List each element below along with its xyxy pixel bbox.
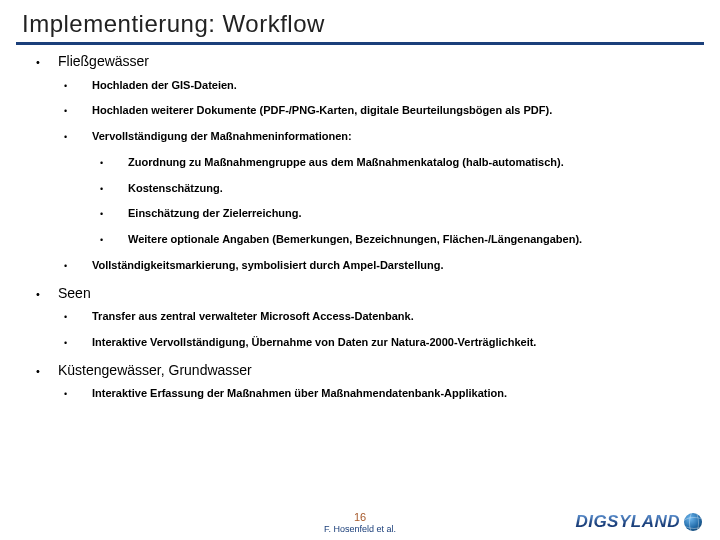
item-text: Kostenschätzung. xyxy=(128,182,223,196)
slide-body: • Fließgewässer • Hochladen der GIS-Date… xyxy=(0,45,720,401)
item-text: Hochladen weiterer Dokumente (PDF-/PNG-K… xyxy=(92,104,552,118)
bullet-lvl3: • xyxy=(100,158,128,169)
item-text: Hochladen der GIS-Dateien. xyxy=(92,79,237,93)
section-seen: • Seen • Transfer aus zentral verwaltete… xyxy=(36,285,700,350)
bullet-lvl2: • xyxy=(64,261,92,272)
list-item: • Vervollständigung der Maßnahmeninforma… xyxy=(64,130,700,144)
list-item: • Hochladen der GIS-Dateien. xyxy=(64,79,700,93)
list-item: • Einschätzung der Zielerreichung. xyxy=(100,207,700,221)
bullet-lvl1: • xyxy=(36,56,58,70)
item-text: Einschätzung der Zielerreichung. xyxy=(128,207,302,221)
item-text: Vervollständigung der Maßnahmeninformati… xyxy=(92,130,352,144)
slide: Implementierung: Workflow • Fließgewässe… xyxy=(0,0,720,540)
item-text: Weitere optionale Angaben (Bemerkungen, … xyxy=(128,233,582,247)
item-text: Vollständigkeitsmarkierung, symbolisiert… xyxy=(92,259,443,273)
bullet-lvl2: • xyxy=(64,132,92,143)
globe-icon xyxy=(684,513,702,531)
list-item: • Kostenschätzung. xyxy=(100,182,700,196)
bullet-lvl3: • xyxy=(100,235,128,246)
list-item: • Vollständigkeitsmarkierung, symbolisie… xyxy=(64,259,700,273)
bullet-lvl1: • xyxy=(36,288,58,302)
list-item: • Interaktive Vervollständigung, Übernah… xyxy=(64,336,700,350)
list-item: • Weitere optionale Angaben (Bemerkungen… xyxy=(100,233,700,247)
section-heading: Küstengewässer, Grundwasser xyxy=(58,362,252,380)
item-text: Transfer aus zentral verwalteter Microso… xyxy=(92,310,414,324)
item-text: Zuordnung zu Maßnahmengruppe aus dem Maß… xyxy=(128,156,564,170)
bullet-lvl3: • xyxy=(100,209,128,220)
section-fliessgewaesser: • Fließgewässer • Hochladen der GIS-Date… xyxy=(36,53,700,273)
item-text: Interaktive Vervollständigung, Übernahme… xyxy=(92,336,536,350)
item-text: Interaktive Erfassung der Maßnahmen über… xyxy=(92,387,507,401)
bullet-lvl2: • xyxy=(64,389,92,400)
slide-title: Implementierung: Workflow xyxy=(0,0,720,42)
logo-text: DIGSYLAND xyxy=(575,512,680,532)
bullet-lvl2: • xyxy=(64,106,92,117)
bullet-lvl2: • xyxy=(64,81,92,92)
list-item: • Hochladen weiterer Dokumente (PDF-/PNG… xyxy=(64,104,700,118)
section-heading: Seen xyxy=(58,285,91,303)
list-item: • Transfer aus zentral verwalteter Micro… xyxy=(64,310,700,324)
brand-logo: DIGSYLAND xyxy=(575,512,702,532)
list-item: • Interaktive Erfassung der Maßnahmen üb… xyxy=(64,387,700,401)
section-heading: Fließgewässer xyxy=(58,53,149,71)
list-item: • Zuordnung zu Maßnahmengruppe aus dem M… xyxy=(100,156,700,170)
bullet-lvl2: • xyxy=(64,338,92,349)
section-kuesten-grundwasser: • Küstengewässer, Grundwasser • Interakt… xyxy=(36,362,700,401)
bullet-lvl2: • xyxy=(64,312,92,323)
bullet-lvl1: • xyxy=(36,365,58,379)
bullet-lvl3: • xyxy=(100,184,128,195)
